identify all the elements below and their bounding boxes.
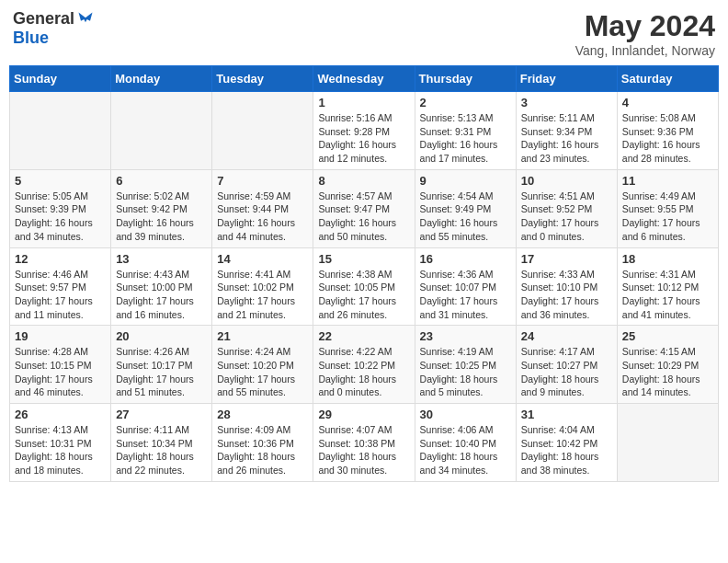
weekday-header-wednesday: Wednesday [313, 66, 415, 92]
day-number: 16 [420, 252, 511, 266]
day-number: 6 [116, 174, 207, 188]
day-info: Sunrise: 4:31 AM Sunset: 10:12 PM Daylig… [622, 268, 713, 322]
calendar-cell [111, 92, 212, 170]
day-number: 13 [116, 252, 207, 266]
calendar-cell: 17Sunrise: 4:33 AM Sunset: 10:10 PM Dayl… [516, 247, 617, 326]
day-number: 3 [521, 96, 612, 109]
day-number: 28 [217, 408, 308, 421]
day-info: Sunrise: 4:24 AM Sunset: 10:20 PM Daylig… [217, 345, 308, 399]
calendar-cell: 26Sunrise: 4:13 AM Sunset: 10:31 PM Dayl… [10, 404, 111, 482]
day-number: 25 [622, 329, 713, 343]
day-number: 10 [521, 174, 612, 188]
day-number: 31 [521, 408, 612, 421]
day-info: Sunrise: 4:06 AM Sunset: 10:40 PM Daylig… [420, 423, 511, 477]
calendar-cell [212, 92, 313, 170]
weekday-header-row: SundayMondayTuesdayWednesdayThursdayFrid… [10, 66, 719, 92]
calendar-cell: 2Sunrise: 5:13 AM Sunset: 9:31 PM Daylig… [415, 92, 516, 170]
day-info: Sunrise: 4:33 AM Sunset: 10:10 PM Daylig… [521, 268, 612, 322]
calendar-cell: 31Sunrise: 4:04 AM Sunset: 10:42 PM Dayl… [516, 404, 617, 482]
day-number: 1 [318, 96, 409, 109]
day-number: 9 [420, 174, 511, 188]
day-number: 4 [622, 96, 713, 109]
calendar-week-row: 5Sunrise: 5:05 AM Sunset: 9:39 PM Daylig… [10, 169, 719, 247]
calendar-cell: 8Sunrise: 4:57 AM Sunset: 9:47 PM Daylig… [313, 169, 415, 247]
weekday-header-sunday: Sunday [10, 66, 111, 92]
day-info: Sunrise: 4:04 AM Sunset: 10:42 PM Daylig… [521, 423, 612, 477]
day-number: 20 [116, 329, 207, 343]
calendar-cell: 20Sunrise: 4:26 AM Sunset: 10:17 PM Dayl… [111, 326, 212, 404]
calendar-cell: 27Sunrise: 4:11 AM Sunset: 10:34 PM Dayl… [111, 404, 212, 482]
page-header: General Blue May 2024 Vang, Innlandet, N… [9, 9, 719, 58]
day-number: 23 [420, 329, 511, 343]
calendar-cell: 9Sunrise: 4:54 AM Sunset: 9:49 PM Daylig… [415, 169, 516, 247]
day-info: Sunrise: 4:38 AM Sunset: 10:05 PM Daylig… [318, 268, 409, 322]
day-number: 19 [15, 329, 106, 343]
day-number: 8 [318, 174, 409, 188]
day-info: Sunrise: 4:28 AM Sunset: 10:15 PM Daylig… [15, 345, 106, 399]
day-info: Sunrise: 4:07 AM Sunset: 10:38 PM Daylig… [318, 423, 409, 477]
calendar-cell: 15Sunrise: 4:38 AM Sunset: 10:05 PM Dayl… [313, 247, 415, 326]
day-info: Sunrise: 5:16 AM Sunset: 9:28 PM Dayligh… [318, 111, 409, 166]
calendar-cell: 5Sunrise: 5:05 AM Sunset: 9:39 PM Daylig… [10, 169, 111, 247]
day-number: 11 [622, 174, 713, 188]
day-info: Sunrise: 4:43 AM Sunset: 10:00 PM Daylig… [116, 268, 207, 322]
logo-blue-text: Blue [13, 29, 49, 48]
day-info: Sunrise: 4:13 AM Sunset: 10:31 PM Daylig… [15, 423, 106, 477]
calendar-cell: 12Sunrise: 4:46 AM Sunset: 9:57 PM Dayli… [10, 247, 111, 326]
day-info: Sunrise: 4:36 AM Sunset: 10:07 PM Daylig… [420, 268, 511, 322]
day-number: 5 [15, 174, 106, 188]
calendar-cell: 1Sunrise: 5:16 AM Sunset: 9:28 PM Daylig… [313, 92, 415, 170]
logo-bird-icon [76, 10, 95, 29]
day-info: Sunrise: 5:02 AM Sunset: 9:42 PM Dayligh… [116, 190, 207, 244]
logo-general-text: General [13, 9, 74, 29]
calendar-week-row: 26Sunrise: 4:13 AM Sunset: 10:31 PM Dayl… [10, 404, 719, 482]
day-number: 15 [318, 252, 409, 266]
day-number: 24 [521, 329, 612, 343]
calendar-cell: 10Sunrise: 4:51 AM Sunset: 9:52 PM Dayli… [516, 169, 617, 247]
day-info: Sunrise: 5:05 AM Sunset: 9:39 PM Dayligh… [15, 190, 106, 244]
calendar-cell: 7Sunrise: 4:59 AM Sunset: 9:44 PM Daylig… [212, 169, 313, 247]
calendar-cell: 23Sunrise: 4:19 AM Sunset: 10:25 PM Dayl… [415, 326, 516, 404]
day-number: 7 [217, 174, 308, 188]
calendar-cell: 29Sunrise: 4:07 AM Sunset: 10:38 PM Dayl… [313, 404, 415, 482]
day-number: 30 [420, 408, 511, 421]
day-number: 22 [318, 329, 409, 343]
day-info: Sunrise: 4:19 AM Sunset: 10:25 PM Daylig… [420, 345, 511, 399]
logo: General Blue [13, 9, 95, 48]
calendar-cell [617, 404, 718, 482]
day-number: 21 [217, 329, 308, 343]
day-number: 14 [217, 252, 308, 266]
location-subtitle: Vang, Innlandet, Norway [575, 43, 715, 58]
day-number: 17 [521, 252, 612, 266]
day-number: 27 [116, 408, 207, 421]
weekday-header-monday: Monday [111, 66, 212, 92]
day-info: Sunrise: 4:22 AM Sunset: 10:22 PM Daylig… [318, 345, 409, 399]
day-info: Sunrise: 4:49 AM Sunset: 9:55 PM Dayligh… [622, 190, 713, 244]
day-number: 26 [15, 408, 106, 421]
day-info: Sunrise: 4:41 AM Sunset: 10:02 PM Daylig… [217, 268, 308, 322]
calendar-week-row: 12Sunrise: 4:46 AM Sunset: 9:57 PM Dayli… [10, 247, 719, 326]
calendar-table: SundayMondayTuesdayWednesdayThursdayFrid… [9, 65, 719, 482]
calendar-cell: 25Sunrise: 4:15 AM Sunset: 10:29 PM Dayl… [617, 326, 718, 404]
calendar-cell: 3Sunrise: 5:11 AM Sunset: 9:34 PM Daylig… [516, 92, 617, 170]
calendar-cell: 6Sunrise: 5:02 AM Sunset: 9:42 PM Daylig… [111, 169, 212, 247]
day-info: Sunrise: 4:46 AM Sunset: 9:57 PM Dayligh… [15, 268, 106, 322]
calendar-cell: 16Sunrise: 4:36 AM Sunset: 10:07 PM Dayl… [415, 247, 516, 326]
day-info: Sunrise: 4:15 AM Sunset: 10:29 PM Daylig… [622, 345, 713, 399]
calendar-cell: 21Sunrise: 4:24 AM Sunset: 10:20 PM Dayl… [212, 326, 313, 404]
day-info: Sunrise: 4:11 AM Sunset: 10:34 PM Daylig… [116, 423, 207, 477]
calendar-cell [10, 92, 111, 170]
day-number: 29 [318, 408, 409, 421]
day-info: Sunrise: 5:08 AM Sunset: 9:36 PM Dayligh… [622, 111, 713, 166]
day-info: Sunrise: 4:54 AM Sunset: 9:49 PM Dayligh… [420, 190, 511, 244]
calendar-cell: 4Sunrise: 5:08 AM Sunset: 9:36 PM Daylig… [617, 92, 718, 170]
calendar-cell: 24Sunrise: 4:17 AM Sunset: 10:27 PM Dayl… [516, 326, 617, 404]
calendar-week-row: 19Sunrise: 4:28 AM Sunset: 10:15 PM Dayl… [10, 326, 719, 404]
day-number: 12 [15, 252, 106, 266]
weekday-header-thursday: Thursday [415, 66, 516, 92]
calendar-cell: 19Sunrise: 4:28 AM Sunset: 10:15 PM Dayl… [10, 326, 111, 404]
day-number: 18 [622, 252, 713, 266]
calendar-cell: 13Sunrise: 4:43 AM Sunset: 10:00 PM Dayl… [111, 247, 212, 326]
weekday-header-saturday: Saturday [617, 66, 718, 92]
calendar-week-row: 1Sunrise: 5:16 AM Sunset: 9:28 PM Daylig… [10, 92, 719, 170]
